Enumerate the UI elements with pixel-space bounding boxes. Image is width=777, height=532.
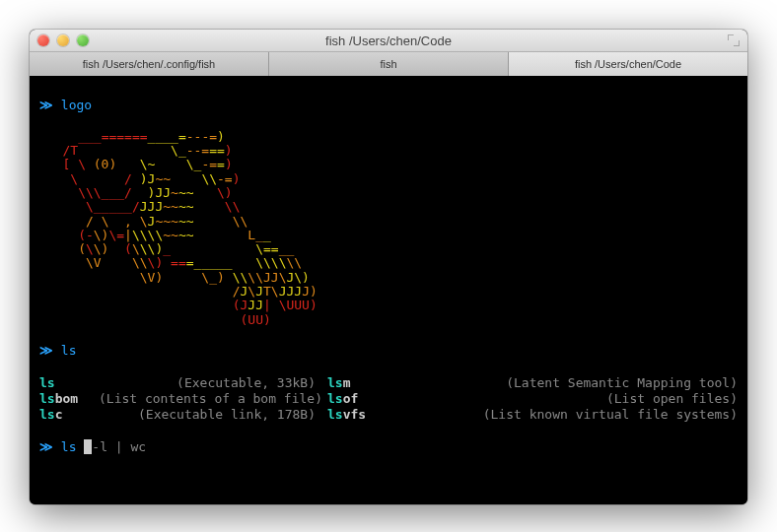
- titlebar: fish /Users/chen/Code: [30, 30, 747, 52]
- zoom-button[interactable]: [77, 34, 89, 46]
- prompt-glyph: ≫: [39, 98, 61, 112]
- tab-2[interactable]: fish /Users/chen/Code: [509, 52, 747, 76]
- completions-list: ls(Executable, 33kB)lsm(Latent Semantic …: [39, 375, 738, 424]
- ascii-art-output: ___======____=---=) /T \_--===) [ \ (0) …: [39, 130, 738, 327]
- traffic-lights: [37, 34, 89, 46]
- current-command: ls: [61, 439, 84, 454]
- fullscreen-icon[interactable]: [728, 34, 740, 46]
- tab-label: fish /Users/chen/.config/fish: [83, 58, 216, 70]
- prompt-glyph: ≫: [39, 343, 61, 358]
- tab-1[interactable]: fish: [269, 52, 509, 76]
- tab-0[interactable]: fish /Users/chen/.config/fish: [30, 52, 269, 76]
- completion-row[interactable]: lsbom(List contents of a bom file)lsof(L…: [39, 391, 738, 407]
- minimize-button[interactable]: [57, 34, 69, 46]
- autosuggestion: -l | wc: [92, 439, 146, 454]
- prompt-line: ≫ logo: [39, 98, 738, 113]
- completion-row[interactable]: ls(Executable, 33kB)lsm(Latent Semantic …: [39, 375, 738, 391]
- command: ls: [61, 343, 77, 358]
- tab-label: fish: [380, 58, 396, 70]
- window-title: fish /Users/chen/Code: [30, 33, 747, 48]
- prompt-line: ≫ ls: [39, 343, 738, 359]
- tab-bar: fish /Users/chen/.config/fish fish fish …: [30, 52, 747, 76]
- prompt-glyph: ≫: [39, 439, 61, 454]
- terminal-window: fish /Users/chen/Code fish /Users/chen/.…: [30, 30, 747, 504]
- command: logo: [61, 98, 92, 112]
- completion-row[interactable]: lsc(Executable link, 178B)lsvfs(List kno…: [39, 407, 738, 423]
- tab-label: fish /Users/chen/Code: [575, 58, 681, 70]
- close-button[interactable]: [37, 34, 49, 46]
- terminal-body[interactable]: ≫ logo ___======____=---=) /T \_--===) […: [30, 76, 747, 504]
- current-prompt-line: ≫ ls -l | wc: [39, 439, 738, 455]
